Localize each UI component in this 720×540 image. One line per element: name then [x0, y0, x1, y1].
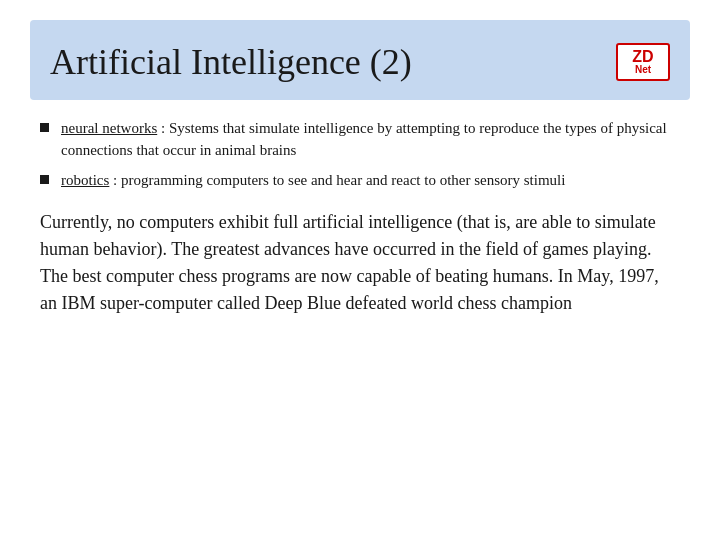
bullet-square-1	[40, 123, 49, 132]
header-box: Artificial Intelligence (2) ZD Net	[30, 20, 690, 100]
body-paragraph: Currently, no computers exhibit full art…	[30, 209, 690, 317]
logo-net-text: Net	[635, 65, 651, 75]
bullet-text-2-rest: : programming computers to see and hear …	[109, 172, 565, 188]
slide: Artificial Intelligence (2) ZD Net neura…	[0, 0, 720, 540]
bullet-square-2	[40, 175, 49, 184]
zdnet-logo: ZD Net	[616, 43, 670, 81]
bullet-item-1: neural networks : Systems that simulate …	[40, 118, 680, 162]
slide-title: Artificial Intelligence (2)	[50, 41, 412, 83]
bullet-text-1: neural networks : Systems that simulate …	[61, 118, 680, 162]
bullet-text-2: robotics : programming computers to see …	[61, 170, 565, 192]
bullet-section: neural networks : Systems that simulate …	[30, 118, 690, 191]
term-robotics: robotics	[61, 172, 109, 188]
bullet-item-2: robotics : programming computers to see …	[40, 170, 680, 192]
logo-zd-text: ZD	[632, 49, 653, 65]
term-neural-networks: neural networks	[61, 120, 157, 136]
